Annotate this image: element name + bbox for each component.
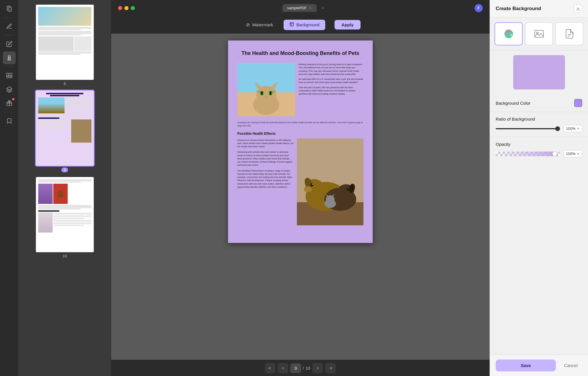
tool-sidebar — [0, 0, 19, 376]
pdf-top-section: Nothing compares to the joy of coming ho… — [237, 63, 363, 116]
ratio-label: Ratio of Background — [496, 117, 582, 121]
divider-2 — [5, 35, 14, 35]
last-page-button[interactable] — [325, 363, 336, 373]
user-avatar[interactable]: F — [475, 4, 483, 12]
svg-point-44 — [510, 34, 512, 36]
cat-image — [237, 63, 295, 116]
apply-button[interactable]: Apply — [335, 20, 361, 30]
ratio-dropdown[interactable]: 100% ▼ — [563, 125, 582, 132]
background-tab[interactable]: Background — [284, 20, 325, 30]
tool-layers[interactable] — [3, 83, 16, 96]
close-button[interactable] — [118, 6, 122, 10]
next-page-button[interactable] — [313, 363, 323, 373]
background-color-section: Background Color — [490, 94, 588, 112]
watermark-icon: ⊘ — [246, 22, 250, 27]
right-panel-title: Create Background — [496, 6, 541, 12]
page-num-9: 9 — [61, 167, 68, 172]
color-swatch[interactable] — [574, 99, 582, 107]
first-page-button[interactable] — [265, 363, 275, 373]
current-page-input[interactable] — [291, 364, 301, 373]
thumbnail-panel: 8 — [19, 0, 111, 376]
new-tab-button[interactable]: ＋ — [319, 4, 327, 12]
maximize-button[interactable] — [131, 6, 135, 10]
pdf-page: The Health and Mood-Boosting Benefits of… — [228, 40, 373, 243]
tab-area: samplePDF ✕ ＋ — [282, 4, 327, 12]
thumb-content-8 — [36, 5, 94, 80]
background-color-row: Background Color — [496, 99, 582, 107]
bottom-nav: / 10 — [111, 360, 490, 376]
ratio-controls: 100% ▼ — [496, 125, 582, 132]
opacity-controls: 100% ▼ — [496, 150, 582, 157]
tab-close-icon[interactable]: ✕ — [309, 6, 312, 10]
dog-image — [297, 139, 363, 225]
file-tab[interactable] — [555, 22, 583, 45]
main-area: samplePDF ✕ ＋ F ⊘ Watermark Background A… — [111, 0, 490, 376]
cancel-button[interactable]: Cancel — [559, 360, 582, 371]
pdf-text-block: Nothing compares to the joy of coming ho… — [299, 63, 363, 116]
thumb-content-10 — [36, 177, 94, 252]
divider-4 — [5, 112, 14, 112]
watermark-tab[interactable]: ⊘ Watermark — [240, 20, 279, 30]
ratio-section: Ratio of Background 100% ▼ — [490, 112, 588, 137]
watermark-label: Watermark — [252, 22, 273, 27]
svg-rect-5 — [6, 76, 8, 78]
ratio-slider[interactable] — [496, 128, 560, 129]
save-button[interactable]: Save — [496, 360, 556, 371]
body-text-3: The NIH/Mars Partnership is funding a ra… — [237, 169, 293, 189]
intro-text: Nothing compares to the joy of coming ho… — [299, 63, 363, 76]
thumbnail-page-8[interactable]: 8 — [36, 5, 94, 86]
opacity-section: Opacity 100% ▼ — [490, 137, 588, 162]
thumbnail-frame-9 — [36, 91, 94, 166]
type-tabs — [490, 18, 588, 50]
svg-rect-1 — [8, 7, 11, 12]
pdf-bottom-section: Research on human-animal interactions is… — [237, 139, 363, 225]
opacity-value: 100% — [566, 152, 576, 156]
opacity-label: Opacity — [496, 142, 582, 147]
caption: Scientists are looking at what the poten… — [237, 121, 363, 128]
color-tab[interactable] — [495, 22, 523, 45]
svg-point-17 — [270, 91, 271, 95]
background-color-label: Background Color — [496, 101, 530, 106]
tool-gift[interactable] — [3, 97, 16, 110]
thumb-content-9 — [36, 91, 94, 166]
svg-rect-3 — [6, 73, 8, 76]
background-icon — [289, 22, 294, 28]
opacity-slider[interactable] — [496, 152, 560, 156]
panel-footer: Save Cancel — [490, 355, 588, 376]
minimize-button[interactable] — [124, 6, 128, 10]
wb-toolbar: ⊘ Watermark Background Apply — [111, 16, 490, 34]
svg-point-34 — [346, 188, 349, 191]
body-text-1: Research on human-animal interactions is… — [237, 139, 293, 148]
svg-point-11 — [256, 86, 276, 103]
opacity-dropdown[interactable]: 100% ▼ — [563, 150, 582, 157]
prev-page-button[interactable] — [278, 363, 288, 373]
thumbnail-frame-10 — [36, 177, 94, 252]
third-para: Over the past 10 years, NIH has partnere… — [299, 86, 363, 96]
pdf-view: The Health and Mood-Boosting Benefits of… — [111, 34, 490, 360]
tool-organize[interactable] — [3, 69, 16, 82]
svg-point-45 — [505, 34, 507, 36]
thumbnail-page-10[interactable]: 10 — [36, 177, 94, 258]
thumbnail-page-9[interactable]: 9 — [36, 91, 94, 172]
section-title: Possible Health Effects — [237, 132, 363, 136]
svg-point-2 — [8, 56, 10, 58]
top-toolbar: samplePDF ✕ ＋ F — [111, 0, 490, 16]
pdf-text-col: Research on human-animal interactions is… — [237, 139, 293, 225]
opacity-dropdown-arrow: ▼ — [577, 152, 580, 155]
tool-pen[interactable] — [3, 20, 16, 33]
page-input-area: / 10 — [291, 364, 310, 373]
window-controls — [118, 6, 135, 10]
thumbnail-frame-8 — [36, 5, 94, 80]
tool-document[interactable] — [3, 2, 16, 15]
image-tab[interactable] — [525, 22, 553, 45]
panel-export-button[interactable] — [574, 5, 582, 13]
svg-rect-46 — [535, 30, 543, 37]
pdf-title: The Health and Mood-Boosting Benefits of… — [237, 50, 363, 57]
tool-stamp[interactable] — [3, 51, 16, 64]
right-panel-header: Create Background — [490, 0, 588, 18]
tool-bookmark[interactable] — [3, 115, 16, 127]
svg-point-36 — [326, 195, 335, 203]
tool-edit[interactable] — [3, 38, 16, 50]
svg-point-43 — [507, 30, 510, 33]
active-tab[interactable]: samplePDF ✕ — [282, 4, 317, 12]
